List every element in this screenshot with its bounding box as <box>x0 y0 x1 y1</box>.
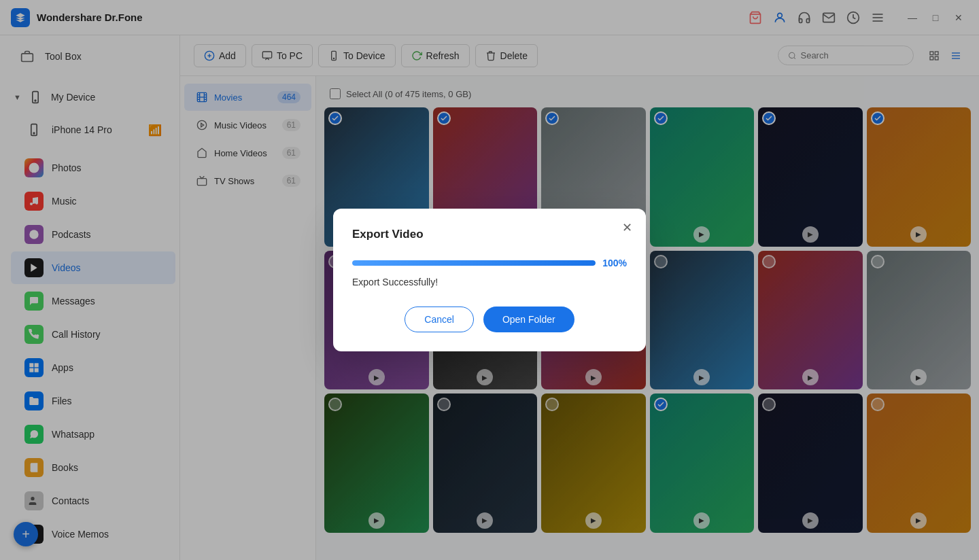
modal-actions: Cancel Open Folder <box>352 307 627 332</box>
export-success-text: Export Successfully! <box>352 277 627 287</box>
modal-close-button[interactable]: ✕ <box>619 220 635 236</box>
modal-title: Export Video <box>352 228 627 241</box>
cancel-button[interactable]: Cancel <box>405 307 474 332</box>
progress-row: 100% <box>352 258 627 268</box>
progress-percent: 100% <box>602 258 627 268</box>
progress-bar-fill <box>352 260 596 266</box>
progress-bar-bg <box>352 260 596 266</box>
modal-overlay: Export Video ✕ 100% Export Successfully!… <box>0 0 979 560</box>
export-modal: Export Video ✕ 100% Export Successfully!… <box>333 209 646 351</box>
open-folder-button[interactable]: Open Folder <box>483 307 574 332</box>
